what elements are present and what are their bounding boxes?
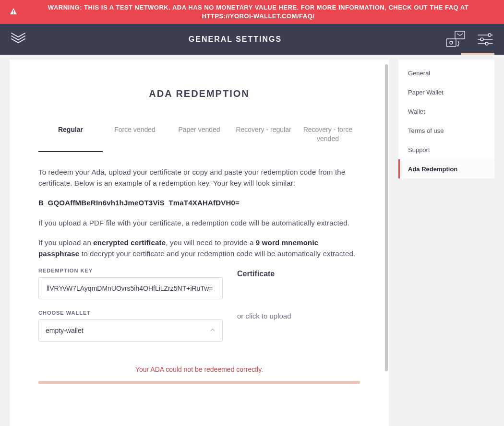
svg-rect-0	[13, 10, 14, 12]
sidenav-item-support[interactable]: Support	[398, 140, 494, 159]
settings-side-nav: General Paper Wallet Wallet Terms of use…	[398, 59, 494, 178]
tab-label: Recovery - force vended	[303, 126, 353, 142]
scrollbar-track	[384, 59, 389, 426]
svg-rect-3	[446, 39, 456, 47]
tab-label: Regular	[58, 126, 83, 133]
choose-wallet-select[interactable]: empty-wallet	[38, 320, 223, 342]
instructions-text: To redeem your Ada, upload your certific…	[38, 166, 360, 260]
tab-force-vended[interactable]: Force vended	[103, 118, 167, 152]
intro-paragraph-2: If you upload a PDF file with your certi…	[38, 217, 360, 228]
sidenav-item-label: Paper Wallet	[408, 89, 444, 96]
choose-wallet-label: CHOOSE WALLET	[38, 310, 223, 316]
submit-button[interactable]	[38, 381, 360, 384]
chevron-up-icon	[210, 327, 216, 334]
sidenav-item-label: Terms of use	[408, 127, 444, 134]
svg-point-10	[485, 42, 488, 45]
panel-title: ADA REDEMPTION	[38, 88, 360, 99]
svg-rect-1	[13, 13, 14, 14]
tab-paper-vended[interactable]: Paper vended	[167, 118, 231, 152]
warning-triangle-icon	[10, 8, 17, 17]
sidenav-item-ada-redemption[interactable]: Ada Redemption	[398, 159, 494, 178]
intro-paragraph-3: If you upload an encrypted certificate, …	[38, 237, 360, 260]
sidenav-item-label: General	[408, 70, 430, 77]
text-fragment: to decrypt your certificate and your red…	[79, 249, 355, 258]
tab-label: Paper vended	[178, 126, 220, 133]
sidenav-item-general[interactable]: General	[398, 63, 494, 83]
svg-rect-2	[455, 31, 465, 39]
tab-label: Recovery - regular	[236, 126, 291, 133]
text-fragment: If you upload an	[38, 238, 93, 247]
sidenav-item-label: Wallet	[408, 108, 425, 115]
redemption-error-message: Your ADA could not be redeemed correctly…	[38, 366, 360, 373]
redemption-key-input[interactable]	[46, 284, 216, 293]
encrypted-certificate-bold: encrypted certificate	[93, 238, 166, 247]
ada-redemption-panel: ADA REDEMPTION Regular Force vended Pape…	[10, 59, 389, 426]
header-title: GENERAL SETTINGS	[189, 35, 282, 44]
redemption-type-tabs: Regular Force vended Paper vended Recove…	[38, 118, 360, 152]
tab-recovery-force-vended[interactable]: Recovery - force vended	[296, 118, 360, 152]
redemption-key-input-wrapper	[38, 277, 223, 299]
sidenav-item-terms-of-use[interactable]: Terms of use	[398, 121, 494, 140]
tab-label: Force vended	[114, 126, 156, 133]
svg-point-6	[488, 34, 491, 36]
choose-wallet-selected-value: empty-wallet	[46, 327, 84, 334]
redemption-key-field: REDEMPTION KEY	[38, 268, 223, 299]
tab-recovery-regular[interactable]: Recovery - regular	[231, 118, 296, 152]
sidenav-item-label: Support	[408, 146, 430, 154]
tab-regular[interactable]: Regular	[38, 118, 103, 152]
redemption-key-label: REDEMPTION KEY	[38, 268, 223, 273]
text-fragment: , you will need to provide a	[166, 238, 256, 247]
example-redemption-key: B_GQOAffMBeRIn6vh1hJmeOT3ViS_TmaT4XAHAfD…	[38, 197, 360, 208]
scrollbar-thumb[interactable]	[385, 64, 388, 371]
svg-point-8	[480, 38, 483, 41]
settings-tab-indicator	[461, 53, 494, 55]
wallet-switch-icon[interactable]	[444, 30, 467, 49]
sidenav-item-wallet[interactable]: Wallet	[398, 102, 494, 121]
choose-wallet-field: CHOOSE WALLET empty-wallet	[38, 310, 223, 342]
app-logo-icon[interactable]	[11, 31, 26, 47]
warning-text: WARNING: THIS IS A TEST NETWORK. ADA HAS…	[48, 4, 468, 11]
svg-point-4	[450, 41, 453, 44]
settings-sliders-icon[interactable]	[477, 32, 493, 47]
certificate-upload-dropzone[interactable]: or click to upload	[237, 312, 360, 320]
sidenav-item-label: Ada Redemption	[408, 166, 457, 173]
intro-paragraph-1: To redeem your Ada, upload your certific…	[38, 166, 360, 189]
certificate-section-title: Certificate	[237, 270, 360, 278]
warning-faq-link[interactable]: HTTPS://YOROI-WALLET.COM/FAQ/	[202, 12, 315, 20]
testnet-warning-banner: WARNING: THIS IS A TEST NETWORK. ADA HAS…	[0, 0, 504, 24]
app-header: GENERAL SETTINGS	[0, 24, 504, 55]
sidenav-item-paper-wallet[interactable]: Paper Wallet	[398, 83, 494, 102]
